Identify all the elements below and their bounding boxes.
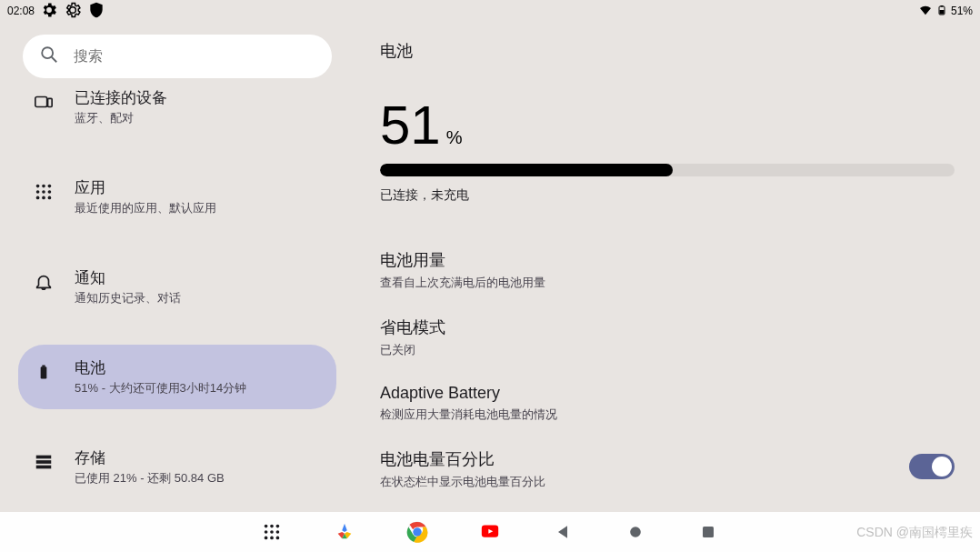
svg-rect-6: [48, 98, 53, 106]
svg-point-12: [48, 190, 52, 194]
gear-icon: [40, 1, 58, 22]
svg-rect-1: [939, 10, 944, 15]
sidebar-item-sub: 51% - 大约还可使用3小时14分钟: [75, 380, 322, 396]
sidebar-item-sub: 通知历史记录、对话: [75, 290, 322, 306]
battery-status-text: 51%: [951, 5, 973, 17]
battery-percentage-sign: %: [446, 127, 463, 148]
battery-icon: [33, 361, 55, 383]
wifi-icon: [918, 3, 933, 20]
battery-progress-bar: [380, 164, 955, 176]
battery-percentage-value: 51: [380, 98, 441, 153]
sidebar-item-label: 应用: [75, 177, 322, 198]
battery-status-icon: [936, 3, 947, 20]
svg-point-22: [270, 525, 274, 528]
svg-point-3: [42, 47, 53, 58]
chrome-icon[interactable]: [406, 521, 428, 543]
svg-rect-2: [940, 5, 943, 7]
sidebar-item-sub: 已使用 21% - 还剩 50.84 GB: [75, 470, 322, 487]
svg-point-21: [265, 525, 268, 528]
svg-point-35: [630, 527, 641, 537]
svg-point-13: [36, 196, 40, 200]
search-field[interactable]: [23, 35, 332, 78]
search-icon: [39, 45, 59, 68]
status-time: 02:08: [7, 5, 35, 17]
sidebar-item-storage[interactable]: 存储 已使用 21% - 还剩 50.84 GB: [18, 435, 336, 499]
nav-back-icon[interactable]: [552, 521, 574, 543]
option-battery-usage[interactable]: 电池用量 查看自上次充满电后的电池用量: [380, 236, 955, 304]
svg-rect-19: [36, 460, 52, 464]
svg-point-23: [276, 525, 280, 528]
nav-recent-icon[interactable]: [697, 521, 719, 543]
svg-point-7: [36, 185, 40, 188]
svg-point-28: [270, 537, 274, 540]
svg-point-24: [265, 530, 268, 534]
sidebar-item-label: 通知: [75, 267, 322, 288]
svg-point-27: [265, 537, 268, 540]
page-title: 电池: [380, 40, 955, 62]
option-sub: 在状态栏中显示电池电量百分比: [380, 474, 909, 490]
search-input[interactable]: [74, 48, 315, 65]
charge-status-text: 已连接，未充电: [380, 187, 955, 204]
option-title: 电池用量: [380, 249, 955, 271]
svg-point-8: [42, 185, 45, 188]
sidebar-item-sub: 蓝牙、配对: [75, 110, 322, 126]
option-adaptive-battery[interactable]: Adaptive Battery 检测应用大量消耗电池电量的情况: [380, 371, 955, 436]
battery-percentage-switch[interactable]: [909, 454, 955, 479]
sidebar-item-apps[interactable]: 应用 最近使用的应用、默认应用: [18, 165, 336, 229]
sidebar-item-label: 已连接的设备: [75, 87, 322, 108]
gear-outline-icon: [64, 1, 82, 22]
nav-home-icon[interactable]: [625, 521, 646, 543]
svg-point-15: [48, 196, 52, 200]
svg-point-25: [270, 530, 274, 534]
option-title: Adaptive Battery: [380, 384, 955, 403]
apps-drawer-icon[interactable]: [261, 521, 283, 543]
svg-point-11: [42, 190, 45, 194]
sidebar-item-battery[interactable]: 电池 51% - 大约还可使用3小时14分钟: [18, 345, 336, 409]
svg-point-9: [48, 185, 52, 188]
sidebar-item-sub: 最近使用的应用、默认应用: [75, 200, 322, 216]
sidebar-item-label: 存储: [75, 447, 322, 468]
svg-point-14: [42, 196, 45, 200]
svg-rect-20: [36, 466, 52, 469]
sidebar: 已连接的设备 蓝牙、配对 应用 最近使用的应用、默认应用 通知 通知历史记录、对…: [0, 22, 355, 512]
svg-rect-36: [703, 527, 714, 537]
devices-icon: [33, 91, 55, 113]
option-title: 电池电量百分比: [380, 448, 909, 470]
option-sub: 已关闭: [380, 342, 955, 358]
svg-point-10: [36, 190, 40, 194]
google-play-icon[interactable]: [334, 521, 355, 543]
navigation-bar: [0, 512, 980, 552]
option-title: 省电模式: [380, 316, 955, 338]
battery-progress-fill: [380, 164, 673, 176]
svg-rect-18: [36, 456, 52, 459]
option-battery-percentage[interactable]: 电池电量百分比 在状态栏中显示电池电量百分比: [380, 436, 955, 503]
sidebar-item-notifications[interactable]: 通知 通知历史记录、对话: [18, 255, 336, 319]
status-bar: 02:08 51%: [0, 0, 980, 22]
svg-line-4: [52, 57, 57, 63]
svg-point-29: [276, 537, 280, 540]
sidebar-item-label: 电池: [75, 357, 322, 378]
storage-icon: [33, 451, 55, 473]
shield-icon: [87, 1, 105, 22]
bell-icon: [33, 271, 55, 293]
option-sub: 查看自上次充满电后的电池用量: [380, 275, 955, 291]
detail-panel: 电池 51 % 已连接，未充电 电池用量 查看自上次充满电后的电池用量 省电模式…: [355, 22, 980, 512]
option-battery-saver[interactable]: 省电模式 已关闭: [380, 304, 955, 371]
svg-rect-17: [42, 366, 45, 367]
svg-rect-5: [35, 97, 47, 107]
svg-rect-16: [41, 366, 47, 378]
option-sub: 检测应用大量消耗电池电量的情况: [380, 406, 955, 423]
sidebar-item-connected-devices[interactable]: 已连接的设备 蓝牙、配对: [18, 85, 336, 139]
apps-icon: [33, 181, 55, 203]
youtube-icon[interactable]: [479, 521, 501, 543]
svg-point-26: [276, 530, 280, 534]
